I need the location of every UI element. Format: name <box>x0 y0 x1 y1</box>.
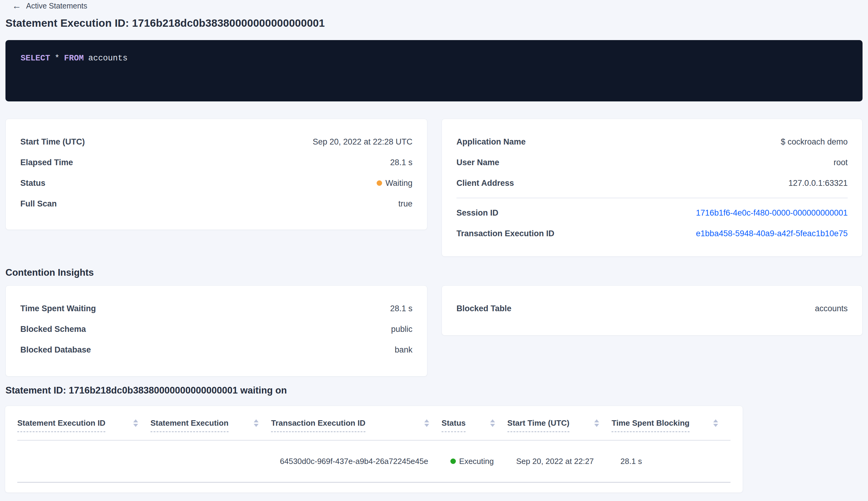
start-time-label: Start Time (UTC) <box>20 137 85 147</box>
row-session-id: Session ID 1716b1f6-4e0c-f480-0000-00000… <box>456 203 848 223</box>
column-header-label: Start Time (UTC) <box>508 418 569 432</box>
sort-arrows-icon <box>713 419 718 427</box>
sql-star: * <box>55 54 59 63</box>
user-name-value: root <box>833 158 848 167</box>
status-value: Waiting <box>386 179 412 188</box>
sort-arrows-icon <box>490 419 495 427</box>
sql-statement-box: SELECT*FROMaccounts <box>6 40 862 102</box>
application-name-value: $ cockroach demo <box>781 137 848 147</box>
client-address-label: Client Address <box>456 179 514 188</box>
column-header-status[interactable]: Status <box>442 406 508 440</box>
column-header-label: Statement Execution ID <box>17 418 105 432</box>
contention-details-card: Time Spent Waiting 28.1 s Blocked Schema… <box>6 285 427 376</box>
row-time-spent-waiting: Time Spent Waiting 28.1 s <box>20 298 412 319</box>
session-details-card: Application Name $ cockroach demo User N… <box>442 119 862 257</box>
blocked-database-label: Blocked Database <box>20 345 91 355</box>
column-header-time-spent-blocking[interactable]: Time Spent Blocking <box>611 406 730 440</box>
waiting-on-table-card: Statement Execution ID Statement Executi… <box>5 406 743 493</box>
sort-arrows-icon <box>254 419 259 427</box>
sql-keyword-from: FROM <box>64 54 84 63</box>
row-user-name: User Name root <box>456 152 848 173</box>
sql-keyword-select: SELECT <box>21 54 50 63</box>
full-scan-value: true <box>398 199 412 209</box>
column-header-label: Statement Execution <box>151 418 229 432</box>
cell-status-text: Executing <box>459 457 494 466</box>
transaction-execution-id-label: Transaction Execution ID <box>456 229 554 238</box>
row-status: Status Waiting <box>20 173 412 193</box>
transaction-execution-id-link[interactable]: e1bba458-5948-40a9-a42f-5feac1b10e75 <box>696 229 848 238</box>
blocked-schema-value: public <box>391 324 412 334</box>
row-elapsed-time: Elapsed Time 28.1 s <box>20 152 412 173</box>
column-header-start-time[interactable]: Start Time (UTC) <box>508 406 612 440</box>
row-blocked-table: Blocked Table accounts <box>456 298 848 319</box>
waiting-on-table: Statement Execution ID Statement Executi… <box>17 406 730 483</box>
column-header-transaction-execution-id[interactable]: Transaction Execution ID <box>271 406 442 440</box>
back-to-active-statements-link[interactable]: ← Active Statements <box>12 1 87 10</box>
sort-arrows-icon <box>424 419 429 427</box>
sort-arrows-icon <box>133 419 138 427</box>
page-title: Statement Execution ID: 1716b218dc0b3838… <box>6 17 325 29</box>
start-time-value: Sep 20, 2022 at 22:28 UTC <box>313 137 412 147</box>
cell-transaction-execution-id: 64530d0c-969f-437e-a9b4-26a72245e45e <box>271 457 442 466</box>
back-arrow-icon: ← <box>12 1 21 10</box>
blocked-database-value: bank <box>394 345 412 355</box>
session-id-link[interactable]: 1716b1f6-4e0c-f480-0000-000000000001 <box>696 208 848 218</box>
cell-status: Executing <box>442 457 508 466</box>
column-header-label: Transaction Execution ID <box>271 418 366 432</box>
cell-start-time: Sep 20, 2022 at 22:27 <box>508 457 612 466</box>
row-start-time: Start Time (UTC) Sep 20, 2022 at 22:28 U… <box>20 131 412 152</box>
row-full-scan: Full Scan true <box>20 193 412 214</box>
application-name-label: Application Name <box>456 137 526 147</box>
column-header-label: Status <box>442 418 466 432</box>
column-header-statement-execution[interactable]: Statement Execution <box>151 406 271 440</box>
row-client-address: Client Address 127.0.0.1:63321 <box>456 173 848 193</box>
sql-table-name: accounts <box>88 54 128 63</box>
table-header-row: Statement Execution ID Statement Executi… <box>17 406 730 440</box>
row-blocked-schema: Blocked Schema public <box>20 319 412 340</box>
status-label: Status <box>20 179 45 188</box>
row-blocked-database: Blocked Database bank <box>20 340 412 360</box>
elapsed-time-value: 28.1 s <box>390 158 412 167</box>
full-scan-label: Full Scan <box>20 199 57 209</box>
client-address-value: 127.0.0.1:63321 <box>789 179 848 188</box>
blocked-schema-label: Blocked Schema <box>20 324 86 334</box>
user-name-label: User Name <box>456 158 499 167</box>
waiting-status-dot-icon <box>377 180 382 186</box>
statement-execution-page: ← Active Statements Statement Execution … <box>0 0 868 501</box>
sort-arrows-icon <box>594 419 599 427</box>
contention-insights-heading: Contention Insights <box>6 267 94 278</box>
executing-status-dot-icon <box>451 458 456 464</box>
cell-time-spent-blocking: 28.1 s <box>611 457 730 466</box>
waiting-on-heading: Statement ID: 1716b218dc0b38380000000000… <box>6 385 287 396</box>
row-transaction-execution-id: Transaction Execution ID e1bba458-5948-4… <box>456 223 848 244</box>
blocked-table-label: Blocked Table <box>456 304 511 313</box>
column-header-label: Time Spent Blocking <box>611 418 690 432</box>
time-spent-waiting-label: Time Spent Waiting <box>20 304 96 313</box>
execution-details-card: Start Time (UTC) Sep 20, 2022 at 22:28 U… <box>6 119 427 230</box>
status-badge: Waiting <box>377 179 412 188</box>
table-row: 64530d0c-969f-437e-a9b4-26a72245e45e Exe… <box>17 440 730 483</box>
blocked-table-card: Blocked Table accounts <box>442 285 862 335</box>
time-spent-waiting-value: 28.1 s <box>390 304 412 313</box>
column-header-statement-execution-id[interactable]: Statement Execution ID <box>17 406 151 440</box>
back-link-label: Active Statements <box>26 1 87 10</box>
elapsed-time-label: Elapsed Time <box>20 158 73 167</box>
session-card-divider <box>456 198 848 198</box>
session-id-label: Session ID <box>456 208 498 218</box>
row-application-name: Application Name $ cockroach demo <box>456 131 848 152</box>
blocked-table-value: accounts <box>815 304 848 313</box>
